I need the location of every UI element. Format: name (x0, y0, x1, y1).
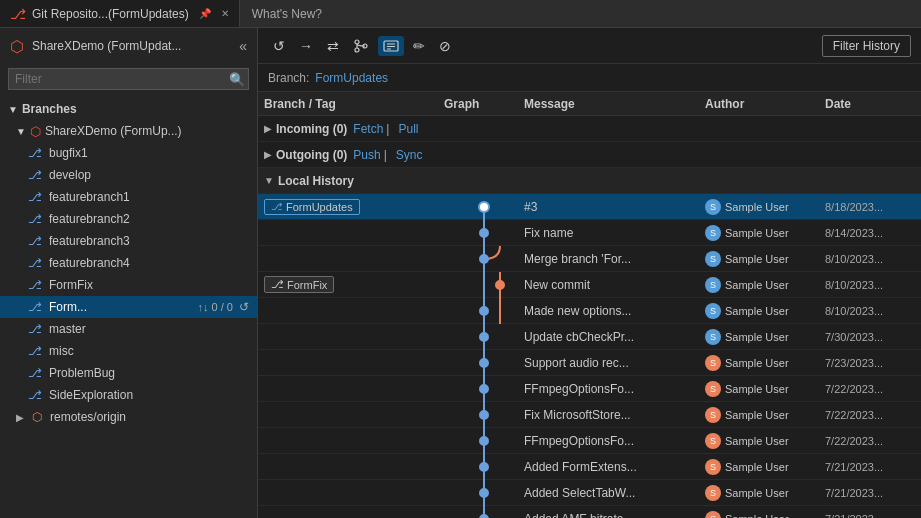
main-layout: ⬡ ShareXDemo (FormUpdat... « 🔍 ▼ Branche… (0, 28, 921, 518)
commit-row-5[interactable]: Update cbCheckPr... S Sample User 7/30/2… (258, 324, 921, 350)
graph-svg-6 (444, 350, 524, 376)
branch-icon: ⎇ (28, 256, 42, 270)
pull-push-button[interactable]: ⇄ (322, 35, 344, 57)
current-branch-name[interactable]: FormUpdates (315, 71, 388, 85)
local-history-section[interactable]: ▼ Local History (258, 168, 921, 194)
branch-name-formfix: FormFix (49, 278, 249, 292)
filter-input[interactable] (8, 68, 249, 90)
sidebar-item-problembug[interactable]: ⎇ ProblemBug (0, 362, 257, 384)
sidebar-item-master[interactable]: ⎇ master (0, 318, 257, 340)
commit-row-4[interactable]: Made new options... S Sample User 8/10/2… (258, 298, 921, 324)
svg-point-16 (496, 281, 504, 289)
commit-row-12[interactable]: Added AMF bitrate... S Sample User 7/21/… (258, 506, 921, 518)
sidebar-repo-title: ShareXDemo (FormUpdat... (32, 39, 231, 53)
branch-sync-icon: ↺ (239, 300, 249, 314)
author-name-7: Sample User (725, 383, 789, 395)
search-icon[interactable]: 🔍 (229, 72, 245, 87)
branch-name-misc: misc (49, 344, 249, 358)
filter-history-button[interactable]: Filter History (822, 35, 911, 57)
commit-message-12: Added AMF bitrate... (524, 512, 705, 519)
sidebar-item-develop[interactable]: ⎇ develop (0, 164, 257, 186)
avatar-12: S (705, 511, 721, 519)
sidebar-item-featurebranch3[interactable]: ⎇ featurebranch3 (0, 230, 257, 252)
repo-tree-parent[interactable]: ▼ ⬡ ShareXDemo (FormUp...) (0, 120, 257, 142)
tab-close[interactable]: ✕ (221, 8, 229, 19)
graph-svg-11 (444, 480, 524, 506)
incoming-label: Incoming (0) (276, 122, 347, 136)
disable-button[interactable]: ⊘ (434, 35, 456, 57)
svg-point-19 (480, 307, 488, 315)
sidebar: ⬡ ShareXDemo (FormUpdat... « 🔍 ▼ Branche… (0, 28, 258, 518)
commit-author-7: S Sample User (705, 381, 825, 397)
commit-message-11: Added SelectTabW... (524, 486, 705, 500)
sidebar-item-featurebranch4[interactable]: ⎇ featurebranch4 (0, 252, 257, 274)
commit-graph-5 (444, 324, 524, 350)
sync-link[interactable]: Sync (396, 148, 423, 162)
sidebar-item-remotes[interactable]: ▶ ⬡ remotes/origin (0, 406, 257, 428)
outgoing-row[interactable]: ▶ Outgoing (0) Push | Sync (258, 142, 921, 168)
pull-link[interactable]: Pull (398, 122, 418, 136)
commit-date-5: 7/30/2023... (825, 331, 915, 343)
commit-row-11[interactable]: Added SelectTabW... S Sample User 7/21/2… (258, 480, 921, 506)
branch-icon: ⎇ (28, 146, 42, 160)
avatar-11: S (705, 485, 721, 501)
sidebar-item-bugfix1[interactable]: ⎇ bugfix1 (0, 142, 257, 164)
branch-name-problembug: ProblemBug (49, 366, 249, 380)
commit-row-9[interactable]: FFmpegOptionsFo... S Sample User 7/22/20… (258, 428, 921, 454)
fetch-link[interactable]: Fetch (353, 122, 383, 136)
commit-row-3[interactable]: ⎇ FormFix New commit S S (258, 272, 921, 298)
commit-author-0: S Sample User (705, 199, 825, 215)
svg-point-33 (480, 489, 488, 497)
commit-date-12: 7/21/2023... (825, 513, 915, 519)
repo-icon: ⬡ (10, 37, 24, 56)
branches-section-header[interactable]: ▼ Branches (0, 98, 257, 120)
author-name-4: Sample User (725, 305, 789, 317)
col-header-author: Author (705, 97, 825, 111)
branch-button[interactable] (348, 36, 374, 56)
branch-icon: ⎇ (28, 344, 42, 358)
author-name-0: Sample User (725, 201, 789, 213)
branch-name-featurebranch1: featurebranch1 (49, 190, 249, 204)
commit-row-0[interactable]: ⎇ FormUpdates #3 S Sample User (258, 194, 921, 220)
whats-new-label: What's New? (252, 7, 322, 21)
whats-new-tab[interactable]: What's New? (240, 0, 334, 27)
commit-row-8[interactable]: Fix MicrosoftStore... S Sample User 7/22… (258, 402, 921, 428)
commit-row-7[interactable]: FFmpegOptionsFo... S Sample User 7/22/20… (258, 376, 921, 402)
formfix-tag: ⎇ FormFix (264, 276, 334, 293)
fetch-pull-sep: | (386, 122, 389, 136)
main-tab[interactable]: ⎇ Git Reposito...(FormUpdates) 📌 ✕ (0, 0, 240, 27)
incoming-row[interactable]: ▶ Incoming (0) Fetch | Pull (258, 116, 921, 142)
col-header-date: Date (825, 97, 915, 111)
sidebar-collapse-btn[interactable]: « (239, 38, 247, 54)
commit-row-10[interactable]: Added FormExtens... S Sample User 7/21/2… (258, 454, 921, 480)
outgoing-label: Outgoing (0) (276, 148, 347, 162)
commit-message-4: Made new options... (524, 304, 705, 318)
history-button[interactable] (378, 36, 404, 56)
commit-date-2: 8/10/2023... (825, 253, 915, 265)
branch-info-line: Branch: FormUpdates (258, 64, 921, 92)
graph-svg-12 (444, 506, 524, 519)
col-header-message: Message (524, 97, 705, 111)
svg-point-1 (355, 48, 359, 52)
sidebar-item-featurebranch1[interactable]: ⎇ featurebranch1 (0, 186, 257, 208)
commit-graph-4 (444, 298, 524, 324)
refresh-button[interactable]: ↺ (268, 35, 290, 57)
commit-row-1[interactable]: Fix name S Sample User 8/14/2023... (258, 220, 921, 246)
commit-row-2[interactable]: Merge branch 'For... S Sample User 8/10/… (258, 246, 921, 272)
commit-date-11: 7/21/2023... (825, 487, 915, 499)
sidebar-item-formfix[interactable]: ⎇ FormFix (0, 274, 257, 296)
edit-button[interactable]: ✏ (408, 35, 430, 57)
sidebar-item-featurebranch2[interactable]: ⎇ featurebranch2 (0, 208, 257, 230)
sidebar-item-formupdates[interactable]: ⎇ Form... ↑↓ 0 / 0 ↺ (0, 296, 257, 318)
sidebar-item-misc[interactable]: ⎇ misc (0, 340, 257, 362)
sidebar-item-sideexploration[interactable]: ⎇ SideExploration (0, 384, 257, 406)
commit-row-6[interactable]: Support audio rec... S Sample User 7/23/… (258, 350, 921, 376)
commit-graph-6 (444, 350, 524, 376)
author-name-10: Sample User (725, 461, 789, 473)
formupdates-tag-label: FormUpdates (286, 201, 353, 213)
push-link[interactable]: Push (353, 148, 380, 162)
tab-pin[interactable]: 📌 (199, 8, 211, 19)
avatar-8: S (705, 407, 721, 423)
commit-date-8: 7/22/2023... (825, 409, 915, 421)
fetch-button[interactable]: → (294, 35, 318, 57)
